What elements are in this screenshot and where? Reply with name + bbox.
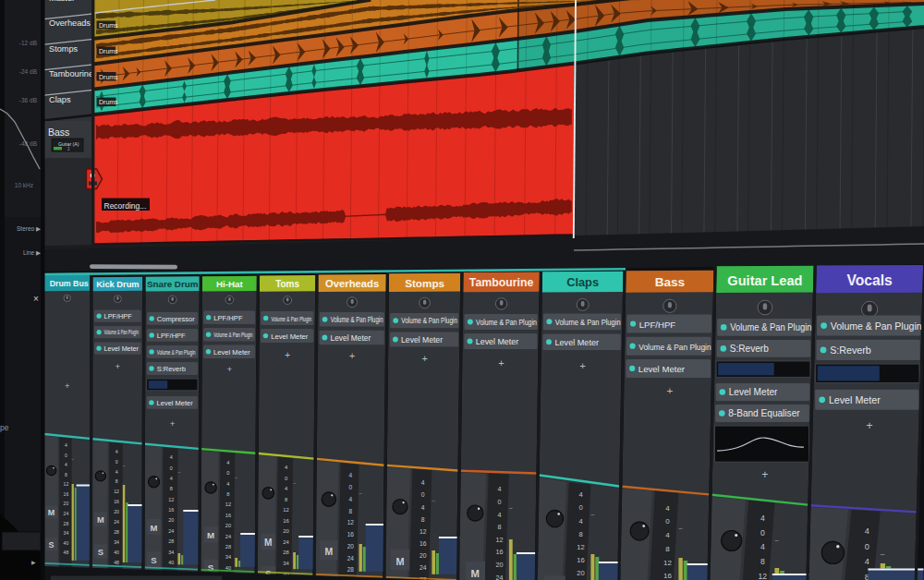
svg-text:M: M xyxy=(264,538,273,548)
svg-text:Level Meter: Level Meter xyxy=(331,333,371,343)
svg-text:20: 20 xyxy=(283,528,289,534)
svg-text:Volume & Pan Plugin: Volume & Pan Plugin xyxy=(476,318,537,327)
svg-text:48: 48 xyxy=(64,550,69,555)
svg-text:LPF/HPF: LPF/HPF xyxy=(157,332,186,340)
svg-text:Level Meter: Level Meter xyxy=(555,338,600,347)
svg-text:8: 8 xyxy=(498,523,502,531)
svg-text:Volume & Pan Plugin: Volume & Pan Plugin xyxy=(213,331,252,339)
svg-text:Stomps: Stomps xyxy=(405,277,444,289)
svg-text:16: 16 xyxy=(168,507,174,513)
svg-text:Level Meter: Level Meter xyxy=(104,344,140,353)
svg-text:LPF/HPF: LPF/HPF xyxy=(639,320,676,330)
svg-text:Snare Drum: Snare Drum xyxy=(147,279,199,289)
svg-text:28: 28 xyxy=(168,538,174,544)
svg-text:8: 8 xyxy=(65,472,67,477)
svg-text:Tambourine: Tambourine xyxy=(469,276,534,289)
svg-text:16: 16 xyxy=(64,491,69,497)
svg-text:0: 0 xyxy=(760,528,765,538)
svg-text:16: 16 xyxy=(347,531,355,538)
svg-text:4: 4 xyxy=(760,514,765,523)
svg-text:4: 4 xyxy=(665,531,670,539)
svg-text:4: 4 xyxy=(498,485,502,493)
svg-text:4: 4 xyxy=(116,469,118,475)
svg-text:0: 0 xyxy=(65,453,67,458)
svg-text:16: 16 xyxy=(225,513,231,518)
svg-text:+: + xyxy=(761,468,768,481)
svg-text:12: 12 xyxy=(496,536,504,544)
svg-text:Claps: Claps xyxy=(566,275,599,289)
svg-text:4: 4 xyxy=(116,449,118,454)
svg-text:M: M xyxy=(151,523,158,533)
svg-text:Volume & Pan Plugin: Volume & Pan Plugin xyxy=(730,322,811,332)
svg-text:16: 16 xyxy=(419,540,427,547)
svg-text:Level Meter: Level Meter xyxy=(401,335,443,344)
svg-text:Overheads: Overheads xyxy=(325,278,379,289)
svg-text:4: 4 xyxy=(65,462,67,467)
svg-text:Compressor: Compressor xyxy=(157,315,195,323)
svg-text:Level Meter: Level Meter xyxy=(476,337,518,346)
svg-text:×: × xyxy=(33,294,39,304)
svg-text:Volume & Pan Plugin: Volume & Pan Plugin xyxy=(157,348,196,356)
svg-text:4: 4 xyxy=(865,557,869,566)
svg-text:0: 0 xyxy=(348,484,352,490)
svg-text:24: 24 xyxy=(283,539,289,545)
svg-text:12: 12 xyxy=(168,497,174,502)
svg-text:28: 28 xyxy=(225,544,231,550)
svg-text:8: 8 xyxy=(578,530,582,538)
svg-text:Bass: Bass xyxy=(48,127,69,138)
svg-text:+: + xyxy=(498,357,504,369)
svg-text:8: 8 xyxy=(226,491,229,497)
svg-text:34: 34 xyxy=(114,539,119,545)
svg-text:24: 24 xyxy=(496,574,504,580)
svg-text:4: 4 xyxy=(578,517,582,526)
svg-text:24: 24 xyxy=(347,555,355,562)
svg-text:M: M xyxy=(471,568,480,579)
svg-text:Drums: Drums xyxy=(99,74,118,80)
svg-text:M: M xyxy=(325,546,334,557)
svg-text:+: + xyxy=(116,361,121,371)
svg-text:4: 4 xyxy=(65,442,67,448)
svg-text:S: S xyxy=(208,562,214,573)
svg-text:–: – xyxy=(678,524,682,532)
svg-text:Volume & Pan Plugin: Volume & Pan Plugin xyxy=(638,342,711,352)
svg-text:–: – xyxy=(123,464,126,468)
svg-text:+: + xyxy=(65,381,70,391)
svg-text:20: 20 xyxy=(225,523,231,528)
svg-text:–: – xyxy=(774,536,779,544)
svg-text:0: 0 xyxy=(226,470,229,476)
svg-text:Recording...: Recording... xyxy=(104,201,147,211)
svg-text:Level Meter: Level Meter xyxy=(157,399,194,407)
svg-text:4: 4 xyxy=(170,454,173,460)
svg-text:8: 8 xyxy=(170,486,173,491)
svg-text:34: 34 xyxy=(225,554,231,560)
svg-text:Volume & Pan Plugin: Volume & Pan Plugin xyxy=(555,318,621,327)
svg-text:0: 0 xyxy=(116,459,118,465)
svg-text:4: 4 xyxy=(348,496,352,502)
svg-text:20: 20 xyxy=(64,501,69,506)
svg-text:Drums: Drums xyxy=(99,48,118,54)
svg-text:–: – xyxy=(881,550,885,559)
svg-text:+: + xyxy=(227,364,233,374)
svg-text:Overheads: Overheads xyxy=(49,18,91,28)
svg-text:Drums: Drums xyxy=(99,22,118,29)
svg-text:34: 34 xyxy=(283,561,289,566)
svg-text:S: S xyxy=(49,540,55,550)
svg-text:8: 8 xyxy=(665,545,670,553)
svg-text:12: 12 xyxy=(225,501,231,507)
svg-text:28: 28 xyxy=(283,550,289,555)
svg-text:0: 0 xyxy=(578,503,582,512)
svg-text:Tambourine: Tambourine xyxy=(49,69,93,79)
svg-text:+: + xyxy=(421,353,427,364)
svg-text:4: 4 xyxy=(226,481,229,487)
svg-text:S:Reverb: S:Reverb xyxy=(157,365,186,373)
svg-text:8-Band Equaliser: 8-Band Equaliser xyxy=(728,408,800,418)
svg-text:M: M xyxy=(97,515,104,525)
svg-text:4: 4 xyxy=(170,476,173,481)
svg-text:0: 0 xyxy=(170,465,173,471)
svg-text:4: 4 xyxy=(421,479,425,486)
svg-text:4: 4 xyxy=(578,490,582,499)
svg-text:48: 48 xyxy=(114,560,119,565)
svg-text:Level Meter: Level Meter xyxy=(271,332,309,341)
svg-text:▶: ▶ xyxy=(31,560,36,565)
svg-text:8: 8 xyxy=(348,508,352,514)
